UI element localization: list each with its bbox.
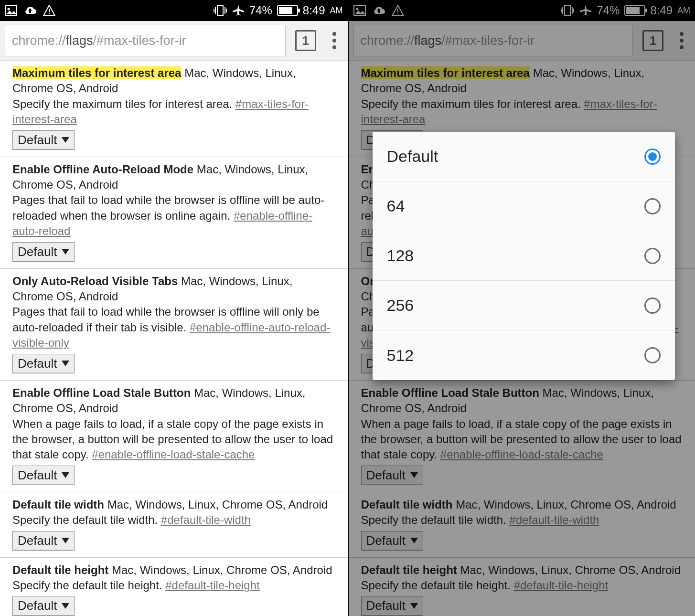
flag-platforms: Mac, Windows, Linux, Chrome OS, Android bbox=[107, 498, 328, 511]
flag-entry: Enable Offline Load Stale Button Mac, Wi… bbox=[0, 381, 348, 492]
left-screenshot: 74% 8:49 AM chrome://flags/#max-tiles-fo… bbox=[0, 0, 348, 616]
flag-entry: Enable Offline Auto-Reload Mode Mac, Win… bbox=[0, 157, 348, 269]
svg-rect-4 bbox=[217, 5, 223, 16]
flag-hash-link[interactable]: #enable-offline-load-stale-cache bbox=[92, 448, 255, 461]
warning-icon bbox=[43, 5, 55, 16]
battery-icon bbox=[277, 5, 298, 16]
tab-switcher-button[interactable]: 1 bbox=[295, 30, 316, 51]
flag-title: Enable Offline Load Stale Button bbox=[12, 386, 191, 399]
radio-icon bbox=[644, 297, 661, 314]
clock-ampm: AM bbox=[330, 6, 343, 16]
flag-select-value: Default bbox=[18, 597, 57, 614]
cloud-upload-icon bbox=[23, 5, 37, 16]
flag-select[interactable]: Default bbox=[12, 531, 75, 551]
svg-rect-3 bbox=[49, 13, 50, 14]
dialog-option-label: Default bbox=[387, 147, 438, 166]
flag-platforms: Mac, Windows, Linux, Chrome OS, Android bbox=[112, 563, 332, 576]
flag-hash-link[interactable]: #default-tile-width bbox=[161, 513, 251, 526]
flag-select[interactable]: Default bbox=[12, 466, 75, 485]
dialog-option-label: 512 bbox=[387, 346, 414, 365]
dialog-option[interactable]: 128 bbox=[373, 231, 675, 281]
flag-entry: Only Auto-Reload Visible Tabs Mac, Windo… bbox=[0, 269, 348, 381]
flag-entry: Maximum tiles for interest area Mac, Win… bbox=[0, 61, 348, 157]
dialog-option[interactable]: Default bbox=[373, 132, 675, 181]
select-dialog: Default64128256512 bbox=[373, 132, 675, 380]
dialog-option[interactable]: 64 bbox=[373, 181, 675, 231]
dialog-option-label: 256 bbox=[387, 296, 414, 315]
flag-select-value: Default bbox=[18, 355, 57, 372]
chevron-down-icon bbox=[62, 538, 69, 543]
omnibox[interactable]: chrome://flags/#max-tiles-for-ir bbox=[5, 25, 286, 56]
chevron-down-icon bbox=[62, 361, 69, 366]
url-suffix: /#max-tiles-for-ir bbox=[93, 33, 186, 48]
clock-time: 8:49 bbox=[303, 4, 325, 17]
svg-rect-2 bbox=[49, 9, 50, 12]
flag-select-value: Default bbox=[18, 132, 57, 149]
flag-description: Specify the default tile height. bbox=[12, 579, 162, 592]
flags-list[interactable]: Maximum tiles for interest area Mac, Win… bbox=[0, 61, 348, 616]
flag-select[interactable]: Default bbox=[12, 242, 75, 262]
status-bar: 74% 8:49 AM bbox=[0, 0, 348, 21]
flag-title: Enable Offline Auto-Reload Mode bbox=[12, 163, 193, 176]
flag-select-value: Default bbox=[18, 467, 57, 484]
flag-title: Only Auto-Reload Visible Tabs bbox=[12, 275, 178, 287]
flag-title: Default tile width bbox=[12, 498, 104, 511]
flag-select[interactable]: Default bbox=[12, 130, 75, 150]
flag-hash-link[interactable]: #default-tile-height bbox=[165, 579, 259, 592]
flag-entry: Default tile width Mac, Windows, Linux, … bbox=[0, 492, 348, 558]
menu-button[interactable] bbox=[326, 32, 343, 49]
svg-point-1 bbox=[8, 8, 10, 11]
flag-select[interactable]: Default bbox=[12, 354, 75, 373]
radio-icon bbox=[644, 198, 661, 214]
flag-select-value: Default bbox=[18, 532, 57, 549]
airplane-icon bbox=[232, 4, 245, 17]
url-prefix: chrome:// bbox=[12, 33, 66, 48]
flag-title: Default tile height bbox=[12, 563, 108, 576]
vibrate-icon bbox=[213, 4, 227, 17]
chrome-toolbar: chrome://flags/#max-tiles-for-ir 1 bbox=[0, 21, 348, 61]
chevron-down-icon bbox=[62, 472, 69, 478]
dialog-option[interactable]: 512 bbox=[373, 330, 675, 380]
flag-description: Specify the default tile width. bbox=[12, 513, 158, 526]
radio-icon bbox=[644, 347, 661, 363]
dialog-option-label: 64 bbox=[387, 197, 405, 215]
flag-select[interactable]: Default bbox=[12, 596, 75, 616]
right-screenshot: 74% 8:49 AM chrome://flags/#max-tiles-fo… bbox=[348, 0, 695, 616]
flag-select-value: Default bbox=[18, 244, 57, 260]
flag-description: Specify the maximum tiles for interest a… bbox=[12, 97, 232, 110]
chevron-down-icon bbox=[62, 137, 69, 143]
chevron-down-icon bbox=[62, 249, 69, 255]
chevron-down-icon bbox=[62, 603, 69, 609]
url-host: flags bbox=[66, 33, 93, 48]
battery-percent: 74% bbox=[249, 4, 272, 17]
dialog-option-label: 128 bbox=[387, 246, 414, 265]
flag-entry: Default tile height Mac, Windows, Linux,… bbox=[0, 558, 348, 616]
radio-icon bbox=[644, 149, 661, 165]
radio-icon bbox=[644, 248, 661, 264]
image-icon bbox=[5, 5, 17, 16]
flag-title: Maximum tiles for interest area bbox=[12, 66, 181, 79]
dialog-option[interactable]: 256 bbox=[373, 281, 675, 330]
